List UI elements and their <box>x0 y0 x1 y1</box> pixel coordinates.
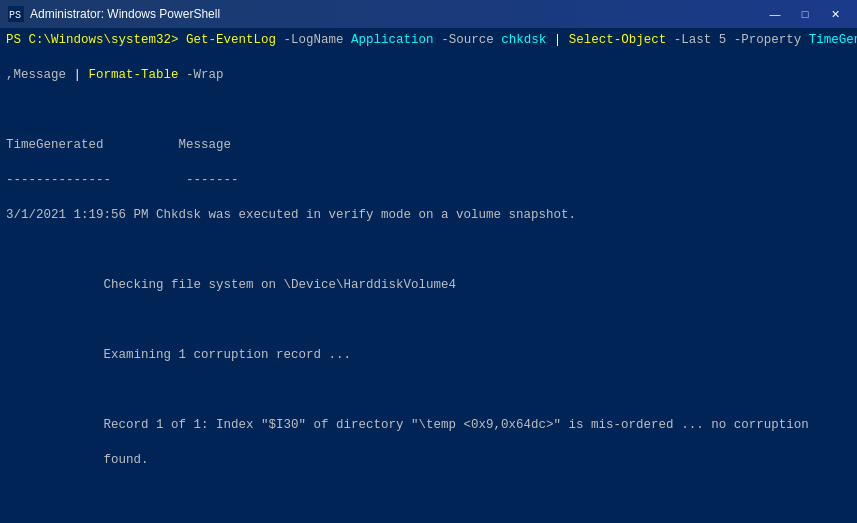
blank-1 <box>6 102 851 120</box>
powershell-icon: PS <box>8 6 24 22</box>
table-row-1: 3/1/2021 1:19:56 PM Chkdsk was executed … <box>6 207 851 225</box>
command-line-1: PS C:\Windows\system32> Get-EventLog -Lo… <box>6 32 851 50</box>
maximize-button[interactable]: □ <box>791 4 819 24</box>
table-header: TimeGenerated Message <box>6 137 851 155</box>
minimize-button[interactable]: — <box>761 4 789 24</box>
indent-line-1: Checking file system on \Device\Harddisk… <box>6 277 851 295</box>
indent-line-3b: found. <box>6 452 851 470</box>
window-title: Administrator: Windows PowerShell <box>30 7 220 21</box>
terminal[interactable]: PS C:\Windows\system32> Get-EventLog -Lo… <box>0 28 857 523</box>
blank-2 <box>6 242 851 260</box>
close-button[interactable]: ✕ <box>821 4 849 24</box>
command-line-1-cont: ,Message | Format-Table -Wrap <box>6 67 851 85</box>
table-separator: -------------- ------- <box>6 172 851 190</box>
indent-line-3: Record 1 of 1: Index "$I30" of directory… <box>6 417 851 435</box>
blank-4 <box>6 382 851 400</box>
window-controls: — □ ✕ <box>761 4 849 24</box>
svg-text:PS: PS <box>9 10 21 21</box>
blank-3 <box>6 312 851 330</box>
indent-line-2: Examining 1 corruption record ... <box>6 347 851 365</box>
title-bar: PS Administrator: Windows PowerShell — □… <box>0 0 857 28</box>
blank-5 <box>6 487 851 505</box>
